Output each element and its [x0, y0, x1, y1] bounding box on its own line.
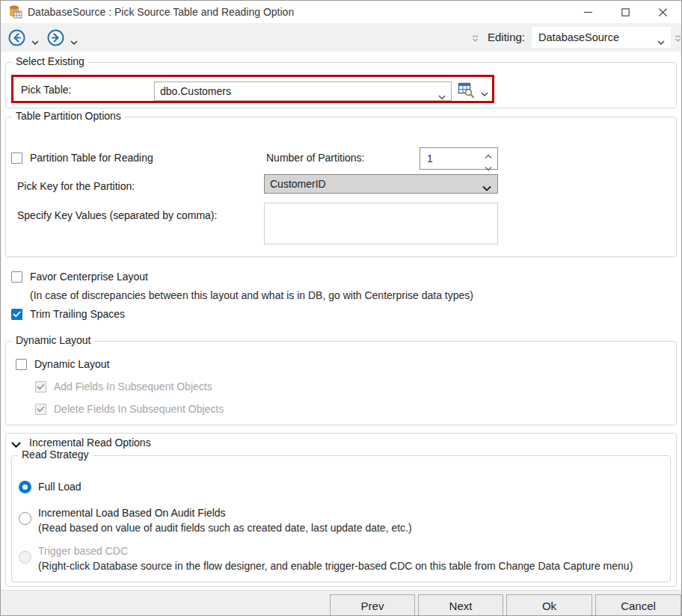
- cancel-button[interactable]: Cancel: [595, 594, 681, 616]
- favor-centerprise-checkbox[interactable]: [11, 271, 22, 283]
- close-button[interactable]: [644, 1, 681, 23]
- minimize-button[interactable]: [569, 1, 606, 23]
- dialog-window: DatabaseSource : Pick Source Table and R…: [0, 0, 682, 616]
- browse-table-dropdown-chevron-icon[interactable]: [481, 87, 488, 99]
- pick-table-highlight: Pick Table: dbo.Customers: [11, 75, 494, 103]
- partition-table-checkbox[interactable]: [11, 153, 22, 164]
- incremental-read-options-title[interactable]: Incremental Read Options: [29, 437, 151, 449]
- maximize-button[interactable]: [606, 1, 644, 23]
- back-dropdown-chevron-icon[interactable]: [31, 35, 39, 47]
- forward-dropdown-chevron-icon[interactable]: [70, 35, 78, 47]
- favor-centerprise-description: (In case of discrepancies between this l…: [30, 289, 473, 301]
- footer-bar: Prev Next Ok Cancel: [1, 590, 681, 616]
- read-strategy-title: Read Strategy: [18, 449, 93, 461]
- chevron-down-icon: [438, 90, 446, 102]
- pick-key-value: CustomerID: [270, 175, 326, 193]
- pick-table-label: Pick Table:: [21, 84, 71, 96]
- incremental-load-description: (Read based on value of audit fields suc…: [38, 522, 412, 534]
- pick-key-label: Pick Key for the Partition:: [17, 180, 135, 192]
- window-controls: [569, 1, 681, 23]
- num-partitions-label: Number of Partitions:: [266, 152, 365, 164]
- chevron-down-icon: [482, 182, 491, 194]
- table-partition-title: Table Partition Options: [12, 110, 125, 122]
- toolbar-overflow-icon[interactable]: [472, 34, 479, 46]
- forward-icon[interactable]: [47, 29, 64, 46]
- dynamic-layout-checkbox[interactable]: [16, 359, 27, 370]
- dynamic-layout-title: Dynamic Layout: [12, 334, 94, 346]
- editing-combobox[interactable]: DatabaseSource: [532, 27, 671, 48]
- pick-table-value: dbo.Customers: [160, 82, 231, 100]
- prev-button[interactable]: Prev: [330, 594, 415, 616]
- window-title: DatabaseSource : Pick Source Table and R…: [28, 1, 294, 23]
- delete-fields-label: Delete Fields In Subsequent Objects: [54, 403, 224, 415]
- editing-label: Editing:: [488, 23, 525, 52]
- num-partitions-spinner[interactable]: 1: [420, 147, 498, 170]
- add-fields-checkbox: [35, 381, 46, 392]
- editing-combobox-value: DatabaseSource: [538, 27, 619, 48]
- dynamic-layout-label: Dynamic Layout: [34, 358, 109, 370]
- back-icon[interactable]: [8, 29, 25, 46]
- trigger-cdc-label: Trigger based CDC: [38, 545, 128, 557]
- ok-button[interactable]: Ok: [506, 594, 592, 616]
- pick-table-combobox[interactable]: dbo.Customers: [154, 81, 452, 101]
- next-button[interactable]: Next: [418, 594, 503, 616]
- incremental-load-label: Incremental Load Based On Audit Fields: [38, 507, 226, 519]
- trim-trailing-spaces-label: Trim Trailing Spaces: [30, 308, 125, 320]
- chevron-down-icon: [657, 35, 665, 47]
- spinner-down-icon[interactable]: [485, 161, 492, 173]
- toolbar: Editing: DatabaseSource: [1, 23, 681, 52]
- database-table-icon: [8, 4, 23, 19]
- title-bar: DatabaseSource : Pick Source Table and R…: [1, 1, 681, 23]
- num-partitions-value: 1: [427, 148, 433, 169]
- delete-fields-checkbox: [35, 404, 46, 415]
- partition-table-label: Partition Table for Reading: [30, 152, 153, 164]
- full-load-label: Full Load: [38, 481, 82, 493]
- trim-trailing-spaces-checkbox[interactable]: [11, 309, 22, 320]
- browse-table-icon[interactable]: [458, 81, 475, 101]
- trigger-cdc-radio: [19, 551, 31, 564]
- key-values-label: Specify Key Values (separated by comma):: [17, 209, 217, 221]
- select-existing-title: Select Existing: [12, 55, 88, 67]
- add-fields-label: Add Fields In Subsequent Objects: [54, 381, 212, 392]
- full-load-radio[interactable]: [19, 481, 31, 493]
- key-values-textarea[interactable]: [264, 203, 498, 244]
- favor-centerprise-label: Favor Centerprise Layout: [30, 271, 148, 283]
- toolbar-overflow-icon[interactable]: [675, 34, 681, 46]
- trigger-cdc-description: (Right-click Database source in the flow…: [38, 560, 633, 572]
- spinner-up-icon[interactable]: [485, 150, 492, 161]
- incremental-load-radio[interactable]: [19, 512, 31, 525]
- pick-key-dropdown[interactable]: CustomerID: [264, 174, 498, 194]
